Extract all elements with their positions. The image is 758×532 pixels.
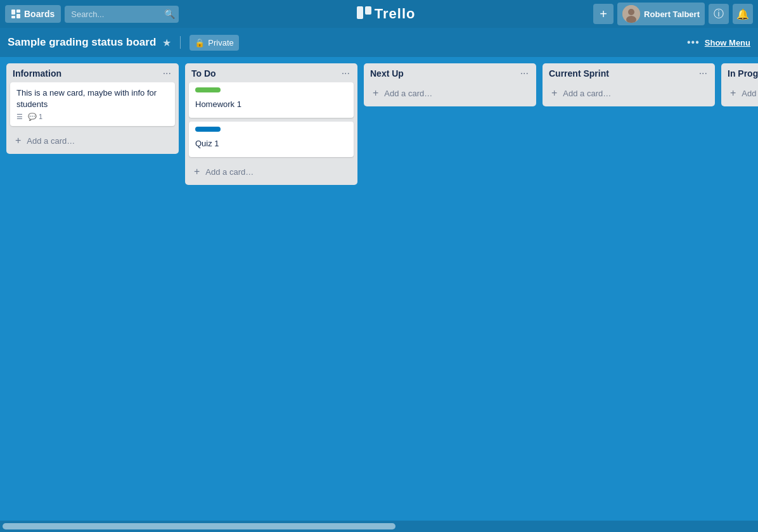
trello-wordmark: Trello bbox=[375, 6, 416, 22]
list-title-in-progress: In Progress bbox=[728, 68, 758, 79]
card-title-card-info-1: This is a new card, maybe with info for … bbox=[16, 87, 169, 110]
add-icon: + bbox=[600, 7, 607, 22]
list-header-to-do: To Do··· bbox=[185, 63, 357, 82]
horizontal-scrollbar[interactable] bbox=[0, 521, 758, 532]
list-menu-btn-to-do[interactable]: ··· bbox=[340, 68, 351, 79]
info-button[interactable]: ⓘ bbox=[709, 4, 729, 24]
trello-logo-icon bbox=[357, 6, 372, 22]
search-container: 🔍 bbox=[65, 6, 179, 23]
card-label-card-todo-1 bbox=[195, 87, 221, 92]
search-icon-btn[interactable]: 🔍 bbox=[164, 9, 175, 19]
top-navigation: Boards 🔍 Trello + bbox=[0, 0, 758, 28]
list-title-information: Information bbox=[13, 68, 162, 79]
list-title-next-up: Next Up bbox=[370, 68, 519, 79]
show-menu-area: ••• Show Menu bbox=[684, 37, 750, 48]
boards-label: Boards bbox=[24, 9, 55, 19]
add-card-btn-next-up[interactable]: +Add a card… bbox=[368, 84, 532, 103]
list-header-in-progress: In Progress··· bbox=[721, 63, 758, 82]
info-icon: ⓘ bbox=[714, 8, 724, 21]
svg-rect-4 bbox=[357, 6, 363, 19]
boards-icon bbox=[11, 10, 20, 18]
scrollbar-thumb bbox=[3, 523, 395, 529]
list-cards-to-do: Homework 1Quiz 1 bbox=[185, 82, 357, 161]
list-in-progress: In Progress···+Add a card… bbox=[721, 63, 758, 106]
star-icon: ★ bbox=[162, 37, 171, 48]
svg-rect-0 bbox=[11, 10, 15, 15]
user-menu-button[interactable]: Robert Talbert bbox=[617, 3, 705, 25]
list-title-to-do: To Do bbox=[191, 68, 340, 79]
add-button[interactable]: + bbox=[593, 4, 613, 24]
board-header: Sample grading status board ★ 🔒 Private … bbox=[0, 28, 758, 57]
card-title-card-todo-2: Quiz 1 bbox=[195, 138, 347, 149]
search-icon: 🔍 bbox=[164, 9, 175, 19]
list-information: Information···This is a new card, maybe … bbox=[6, 63, 179, 154]
svg-rect-3 bbox=[16, 14, 20, 18]
star-button[interactable]: ★ bbox=[162, 37, 171, 49]
add-card-btn-information[interactable]: +Add a card… bbox=[10, 131, 175, 150]
list-cards-information: This is a new card, maybe with info for … bbox=[6, 82, 179, 130]
search-input[interactable] bbox=[65, 6, 179, 23]
lock-icon: 🔒 bbox=[195, 38, 205, 48]
list-menu-btn-information[interactable]: ··· bbox=[162, 68, 172, 79]
card-comment-card-info-1: 💬 1 bbox=[28, 113, 42, 121]
card-card-todo-1[interactable]: Homework 1 bbox=[189, 82, 354, 118]
bell-icon: 🔔 bbox=[736, 8, 749, 20]
card-meta-card-info-1: ☰💬 1 bbox=[16, 113, 169, 121]
card-title-card-todo-1: Homework 1 bbox=[195, 99, 347, 110]
svg-point-7 bbox=[628, 9, 634, 15]
card-card-todo-2[interactable]: Quiz 1 bbox=[189, 122, 354, 157]
board-title[interactable]: Sample grading status board bbox=[8, 36, 156, 49]
list-header-information: Information··· bbox=[6, 63, 179, 82]
card-card-info-1[interactable]: This is a new card, maybe with info for … bbox=[10, 82, 175, 126]
list-header-next-up: Next Up··· bbox=[364, 63, 536, 82]
notifications-button[interactable]: 🔔 bbox=[733, 4, 753, 24]
user-name: Robert Talbert bbox=[644, 10, 700, 19]
list-header-current-sprint: Current Sprint··· bbox=[543, 63, 715, 82]
board-content: Information···This is a new card, maybe … bbox=[0, 57, 758, 521]
menu-dots[interactable]: ••• bbox=[684, 37, 702, 48]
svg-rect-5 bbox=[365, 6, 371, 15]
add-card-btn-in-progress[interactable]: +Add a card… bbox=[725, 84, 758, 103]
boards-button[interactable]: Boards bbox=[5, 5, 61, 23]
header-divider bbox=[180, 36, 181, 49]
trello-logo: Trello bbox=[183, 6, 589, 22]
right-nav: + Robert Talbert ⓘ 🔔 bbox=[593, 3, 753, 25]
avatar bbox=[622, 5, 640, 23]
svg-rect-2 bbox=[11, 16, 15, 18]
add-card-btn-current-sprint[interactable]: +Add a card… bbox=[546, 84, 711, 103]
svg-rect-1 bbox=[16, 10, 20, 13]
list-next-up: Next Up···+Add a card… bbox=[364, 63, 536, 106]
show-menu-button[interactable]: Show Menu bbox=[705, 38, 750, 48]
list-to-do: To Do···Homework 1Quiz 1+Add a card… bbox=[185, 63, 357, 185]
list-current-sprint: Current Sprint···+Add a card… bbox=[543, 63, 715, 106]
list-title-current-sprint: Current Sprint bbox=[549, 68, 698, 79]
card-label-card-todo-2 bbox=[195, 127, 221, 132]
avatar-image bbox=[622, 5, 640, 23]
trello-icon-svg bbox=[357, 6, 372, 19]
list-menu-btn-next-up[interactable]: ··· bbox=[519, 68, 530, 79]
list-menu-btn-current-sprint[interactable]: ··· bbox=[698, 68, 709, 79]
card-description-icon-card-info-1: ☰ bbox=[16, 113, 23, 121]
privacy-button[interactable]: 🔒 Private bbox=[190, 35, 238, 51]
add-card-btn-to-do[interactable]: +Add a card… bbox=[189, 162, 354, 181]
privacy-label: Private bbox=[208, 38, 233, 48]
